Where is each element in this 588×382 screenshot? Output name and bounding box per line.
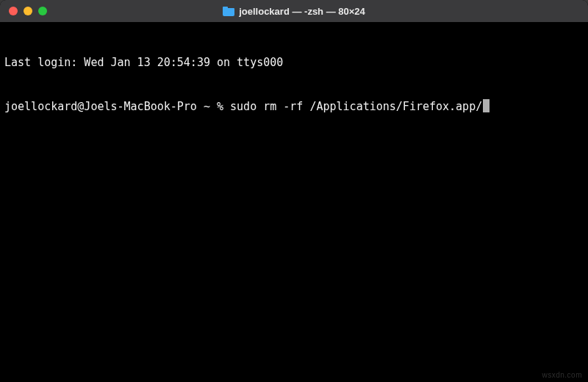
titlebar[interactable]: joellockard — -zsh — 80×24: [0, 0, 588, 22]
window-controls: [9, 7, 47, 15]
maximize-button[interactable]: [38, 7, 47, 15]
command-text: sudo rm -rf /Applications/Firefox.app/: [230, 99, 482, 114]
window-title: joellockard — -zsh — 80×24: [239, 6, 365, 17]
watermark: wsxdn.com: [542, 371, 582, 379]
folder-icon: [223, 7, 234, 16]
terminal-body[interactable]: Last login: Wed Jan 13 20:54:39 on ttys0…: [0, 22, 588, 382]
prompt-line: joellockard@Joels-MacBook-Pro ~ % sudo r…: [4, 99, 584, 114]
minimize-button[interactable]: [24, 7, 32, 15]
terminal-window: joellockard — -zsh — 80×24 Last login: W…: [0, 0, 588, 382]
shell-prompt: joellockard@Joels-MacBook-Pro ~ %: [4, 99, 230, 114]
last-login-line: Last login: Wed Jan 13 20:54:39 on ttys0…: [4, 55, 584, 70]
cursor-block: [483, 99, 490, 112]
window-title-container: joellockard — -zsh — 80×24: [0, 6, 588, 17]
close-button[interactable]: [9, 7, 18, 15]
